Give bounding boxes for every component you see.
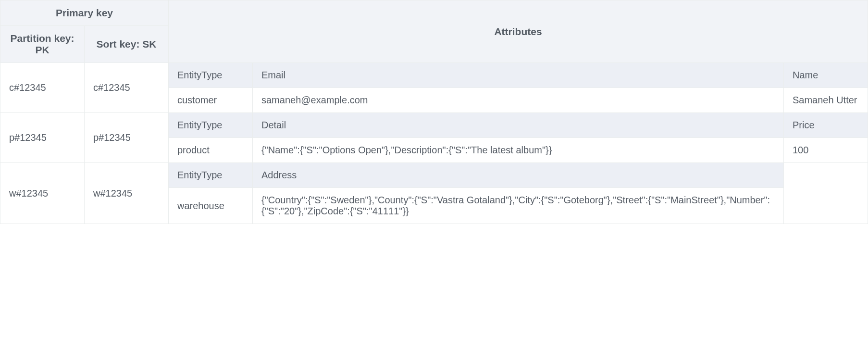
table-row: w#12345 w#12345 EntityType Address (0, 163, 868, 188)
table-row: p#12345 p#12345 EntityType Detail Price (0, 113, 868, 138)
attr-label: EntityType (169, 163, 253, 188)
header-primary-key: Primary key (0, 0, 169, 26)
cell-pk: p#12345 (0, 113, 85, 163)
cell-sk: w#12345 (85, 163, 169, 224)
attr-label: Address (253, 163, 784, 188)
attr-label: Email (253, 63, 784, 88)
header-partition-key: Partition key: PK (0, 26, 85, 63)
cell-pk: c#12345 (0, 63, 85, 113)
attr-value: Samaneh Utter (784, 88, 868, 113)
header-attributes: Attributes (169, 0, 868, 63)
attr-value: {"Name":{"S":"Options Open"},"Descriptio… (253, 138, 784, 163)
header-sort-key: Sort key: SK (85, 26, 169, 63)
attr-label: Detail (253, 113, 784, 138)
attr-value: warehouse (169, 188, 253, 224)
attr-value: 100 (784, 138, 868, 163)
attr-value: samaneh@example.com (253, 88, 784, 113)
attr-value: product (169, 138, 253, 163)
attr-value: customer (169, 88, 253, 113)
dynamodb-table: Primary key Attributes Partition key: PK… (0, 0, 868, 224)
cell-sk: c#12345 (85, 63, 169, 113)
cell-pk: w#12345 (0, 163, 85, 224)
table-row: c#12345 c#12345 EntityType Email Name (0, 63, 868, 88)
attr-label: EntityType (169, 63, 253, 88)
cell-sk: p#12345 (85, 113, 169, 163)
attr-label: Name (784, 63, 868, 88)
attr-label: Price (784, 113, 868, 138)
attr-value: {"Country":{"S":"Sweden"},"County":{"S":… (253, 188, 784, 224)
attr-empty (784, 163, 868, 224)
attr-label: EntityType (169, 113, 253, 138)
